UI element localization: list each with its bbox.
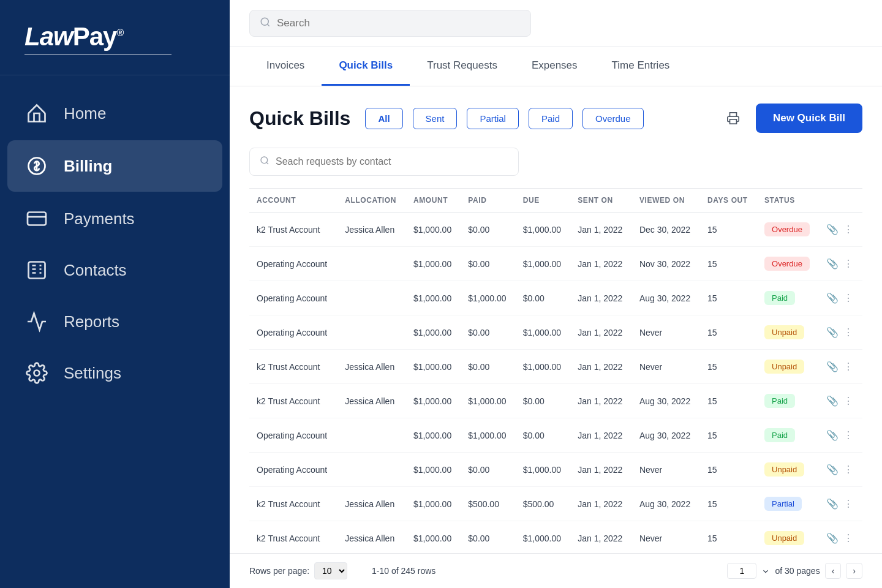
more-options-icon[interactable]: ⋮: [843, 498, 853, 510]
cell-sent-on: Jan 1, 2022: [570, 521, 632, 554]
more-options-icon[interactable]: ⋮: [843, 326, 853, 338]
content-area: Quick Bills All Sent Partial Paid Overdu…: [230, 86, 882, 553]
cell-status: Unpaid: [757, 350, 819, 384]
col-allocation: ALLOCATION: [337, 189, 406, 213]
tab-trust-requests[interactable]: Trust Requests: [410, 47, 514, 86]
attachment-icon[interactable]: 📎: [826, 258, 839, 270]
cell-account: k2 Trust Account: [249, 350, 337, 384]
sidebar-item-payments-label: Payments: [64, 209, 135, 228]
rows-per-page-select[interactable]: 10 25 50: [314, 562, 347, 579]
cell-due: $0.00: [516, 281, 570, 315]
more-options-icon[interactable]: ⋮: [843, 395, 853, 407]
attachment-icon[interactable]: 📎: [826, 532, 839, 544]
table-row: Operating Account $1,000.00 $0.00 $1,000…: [249, 453, 862, 487]
tab-expenses[interactable]: Expenses: [514, 47, 595, 86]
row-actions: 📎 ⋮: [826, 498, 855, 510]
content-search-box[interactable]: [249, 148, 519, 176]
attachment-icon[interactable]: 📎: [826, 464, 839, 475]
more-options-icon[interactable]: ⋮: [843, 224, 853, 235]
settings-icon: [24, 361, 49, 385]
sidebar-item-reports[interactable]: Reports: [0, 296, 230, 347]
cell-status: Overdue: [757, 213, 819, 247]
cell-row-actions: 📎 ⋮: [819, 350, 862, 384]
reports-icon: [24, 309, 49, 334]
col-actions: [819, 189, 862, 213]
row-actions: 📎 ⋮: [826, 429, 855, 441]
col-account: ACCOUNT: [249, 189, 337, 213]
cell-amount: $1,000.00: [406, 453, 461, 487]
of-pages-label: of 30 pages: [775, 566, 820, 576]
filter-all-button[interactable]: All: [365, 108, 402, 129]
row-actions: 📎 ⋮: [826, 361, 855, 372]
svg-rect-5: [729, 119, 736, 124]
contacts-icon: [24, 258, 49, 282]
row-actions: 📎 ⋮: [826, 532, 855, 544]
top-search-input[interactable]: [277, 17, 521, 29]
tab-time-entries[interactable]: Time Entries: [595, 47, 687, 86]
filter-overdue-button[interactable]: Overdue: [582, 108, 644, 129]
cell-viewed-on: Never: [632, 453, 700, 487]
col-paid: PAID: [461, 189, 515, 213]
cell-account: Operating Account: [249, 418, 337, 453]
more-options-icon[interactable]: ⋮: [843, 292, 853, 304]
status-badge: Paid: [764, 291, 795, 305]
more-options-icon[interactable]: ⋮: [843, 532, 853, 544]
cell-viewed-on: Aug 30, 2022: [632, 418, 700, 453]
attachment-icon[interactable]: 📎: [826, 224, 839, 235]
cell-account: Operating Account: [249, 453, 337, 487]
prev-page-button[interactable]: ‹: [825, 563, 842, 579]
sidebar-item-billing[interactable]: Billing: [7, 140, 222, 192]
cell-status: Overdue: [757, 247, 819, 281]
print-button[interactable]: [720, 108, 746, 129]
top-search-box[interactable]: [249, 10, 531, 37]
status-badge: Unpaid: [764, 325, 804, 339]
table-row: Operating Account $1,000.00 $0.00 $1,000…: [249, 315, 862, 350]
sidebar-item-home[interactable]: Home: [0, 88, 230, 139]
filter-paid-button[interactable]: Paid: [529, 108, 573, 129]
attachment-icon[interactable]: 📎: [826, 326, 839, 338]
cell-status: Unpaid: [757, 453, 819, 487]
svg-point-3: [34, 371, 40, 376]
page-number-input[interactable]: [727, 563, 756, 579]
sidebar-item-payments[interactable]: Payments: [0, 193, 230, 244]
next-page-button[interactable]: ›: [846, 563, 862, 579]
tab-quick-bills[interactable]: Quick Bills: [322, 47, 410, 86]
attachment-icon[interactable]: 📎: [826, 292, 839, 304]
tab-invoices[interactable]: Invoices: [249, 47, 322, 86]
sidebar-item-settings[interactable]: Settings: [0, 347, 230, 399]
logo-underline: [24, 54, 172, 55]
cell-viewed-on: Never: [632, 350, 700, 384]
filter-sent-button[interactable]: Sent: [413, 108, 458, 129]
more-options-icon[interactable]: ⋮: [843, 429, 853, 441]
status-badge: Paid: [764, 428, 795, 442]
filter-partial-button[interactable]: Partial: [467, 108, 519, 129]
more-options-icon[interactable]: ⋮: [843, 464, 853, 475]
cell-viewed-on: Nov 30, 2022: [632, 247, 700, 281]
cell-paid: $0.00: [461, 453, 515, 487]
page-title: Quick Bills: [249, 107, 350, 130]
status-badge: Overdue: [764, 222, 810, 236]
billing-icon: [24, 154, 49, 178]
cell-sent-on: Jan 1, 2022: [570, 487, 632, 521]
attachment-icon[interactable]: 📎: [826, 361, 839, 372]
attachment-icon[interactable]: 📎: [826, 395, 839, 407]
cell-amount: $1,000.00: [406, 521, 461, 554]
cell-allocation: Jessica Allen: [337, 384, 406, 418]
more-options-icon[interactable]: ⋮: [843, 361, 853, 372]
content-search-input[interactable]: [276, 156, 508, 167]
sidebar-item-contacts[interactable]: Contacts: [0, 244, 230, 296]
attachment-icon[interactable]: 📎: [826, 498, 839, 510]
col-due: DUE: [516, 189, 570, 213]
more-options-icon[interactable]: ⋮: [843, 258, 853, 270]
status-badge: Partial: [764, 497, 802, 511]
table-header: ACCOUNT ALLOCATION AMOUNT PAID DUE SENT …: [249, 189, 862, 213]
cell-days-out: 15: [700, 487, 757, 521]
new-quick-bill-button[interactable]: New Quick Bill: [756, 104, 862, 133]
attachment-icon[interactable]: 📎: [826, 429, 839, 441]
status-badge: Paid: [764, 394, 795, 408]
cell-days-out: 15: [700, 247, 757, 281]
search-icon: [260, 17, 271, 30]
status-badge: Unpaid: [764, 462, 804, 477]
col-status: STATUS: [757, 189, 819, 213]
col-viewed-on: VIEWED ON: [632, 189, 700, 213]
